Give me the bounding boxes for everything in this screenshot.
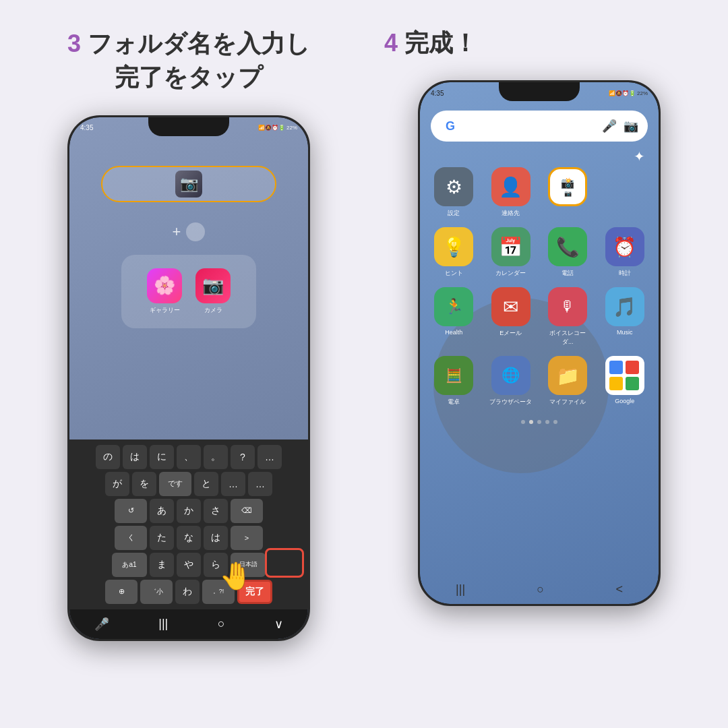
left-time: 4:35 [80, 124, 93, 131]
lens-icon: 📷 [624, 119, 638, 133]
key-q[interactable]: ? [231, 445, 255, 469]
key-sa[interactable]: さ [204, 499, 228, 523]
circle-dot [186, 222, 205, 241]
folder-input-bar[interactable] [101, 166, 276, 202]
email-icon: ✉ [491, 287, 530, 326]
key-ta[interactable]: た [150, 526, 174, 550]
right-nav-back[interactable]: < [615, 582, 623, 597]
keyboard-row-5: あa1 ま や ら 日本語 [72, 553, 305, 577]
camera-label: カメラ [204, 306, 222, 315]
key-ka[interactable]: か [177, 499, 201, 523]
app-grid-row1: ⚙ 設定 👤 連絡先 📸 📷 [420, 167, 659, 218]
hint-icon: 💡 [434, 227, 473, 266]
nav-mic-icon: 🎤 [94, 617, 109, 632]
empty-slot [602, 167, 648, 218]
music-app[interactable]: 🎵 Music [602, 287, 648, 346]
voice-icon: 🎙 [548, 287, 587, 326]
plus-circle-area: + [173, 222, 206, 241]
left-step-num: 3 [67, 30, 81, 57]
hint-app[interactable]: 💡 ヒント [431, 227, 477, 278]
left-panel: 3 フォルダ名を入力し完了をタップ 4:35 📶🔕⏰🔋 22% [20, 27, 357, 715]
health-app[interactable]: 🏃 Health [431, 287, 477, 346]
clock-app[interactable]: ⏰ 時計 [602, 227, 648, 278]
email-app[interactable]: ✉ Eメール [488, 287, 535, 346]
key-ma[interactable]: ま [150, 553, 174, 577]
right-phone-frame: 4:35 📶🔕⏰🔋 22% G 🎤 📷 ✦ [418, 80, 661, 606]
email-label: Eメール [499, 329, 522, 338]
phone-icon: 📞 [548, 227, 587, 266]
settings-label: 設定 [448, 209, 460, 218]
nav-home[interactable]: ○ [218, 617, 225, 631]
calc-app[interactable]: 🧮 電卓 [431, 356, 477, 406]
calendar-label: カレンダー [495, 269, 526, 278]
folder-app[interactable]: 📸 📷 [545, 167, 591, 218]
key-a[interactable]: あ [150, 499, 174, 523]
left-status-bar: 4:35 📶🔕⏰🔋 22% [69, 117, 308, 139]
files-icon: 📁 [548, 356, 587, 395]
key-desu[interactable]: です [159, 472, 191, 496]
gallery-app-icon: 🌸 ギャラリー [147, 268, 182, 315]
left-phone-frame: 4:35 📶🔕⏰🔋 22% + [67, 115, 310, 641]
browser-label: ブラウザベータ [489, 398, 532, 406]
cursor-hand: 🤚 [219, 560, 253, 592]
settings-icon: ⚙ [434, 167, 473, 206]
key-ellipsis[interactable]: … [257, 445, 282, 469]
keyboard-row-6: ⊕ ゛小 わ 。?! 完了 [72, 580, 305, 604]
key-right[interactable]: > [231, 526, 263, 550]
key-ha2[interactable]: は [204, 526, 228, 550]
app-grid-row4: 🧮 電卓 🌐 ブラウザベータ 📁 マイファイル [420, 356, 659, 406]
key-ga[interactable]: が [105, 472, 129, 496]
files-app[interactable]: 📁 マイファイル [545, 356, 591, 406]
key-dakuten[interactable]: ゛小 [140, 580, 173, 604]
google-logo: G [440, 116, 460, 136]
health-label: Health [445, 329, 462, 336]
camera-app-icon: 📷 カメラ [195, 268, 231, 315]
contacts-label: 連絡先 [502, 209, 520, 218]
left-phone-screen: 4:35 📶🔕⏰🔋 22% + [69, 117, 308, 639]
voice-app[interactable]: 🎙 ボイスレコーダ... [545, 287, 591, 346]
calc-icon: 🧮 [434, 356, 473, 395]
key-ha[interactable]: は [123, 445, 147, 469]
key-wo[interactable]: を [132, 472, 156, 496]
right-time: 4:35 [431, 90, 444, 97]
calendar-app[interactable]: 📅 カレンダー [488, 227, 535, 278]
hint-label: ヒント [445, 269, 463, 278]
nav-recent[interactable]: ||| [158, 617, 168, 631]
right-phone-bg: 4:35 📶🔕⏰🔋 22% G 🎤 📷 ✦ [420, 82, 659, 604]
google-app[interactable]: Google [602, 356, 648, 406]
key-na[interactable]: な [177, 526, 201, 550]
key-no[interactable]: の [96, 445, 120, 469]
settings-app[interactable]: ⚙ 設定 [431, 167, 477, 218]
right-nav-home[interactable]: ○ [537, 582, 544, 597]
key-left[interactable]: く [115, 526, 147, 550]
key-dot1[interactable]: … [221, 472, 245, 496]
key-comma[interactable]: 、 [177, 445, 201, 469]
right-step-title: 4 完成！ [371, 27, 708, 60]
search-bar[interactable]: G 🎤 📷 [431, 111, 648, 142]
phone-app[interactable]: 📞 電話 [545, 227, 591, 278]
key-backspace[interactable]: ⌫ [231, 499, 263, 523]
key-globe[interactable]: ⊕ [105, 580, 138, 604]
folder-icon-home: 📸 📷 [548, 167, 587, 206]
key-period[interactable]: 。 [204, 445, 228, 469]
contacts-app[interactable]: 👤 連絡先 [488, 167, 535, 218]
key-to[interactable]: と [194, 472, 218, 496]
key-aa1[interactable]: あa1 [112, 553, 147, 577]
clock-label: 時計 [619, 269, 631, 278]
voice-label: ボイスレコーダ... [545, 329, 591, 346]
right-nav-recent[interactable]: ||| [456, 582, 465, 597]
browser-app[interactable]: 🌐 ブラウザベータ [488, 356, 535, 406]
app-grid-row2: 💡 ヒント 📅 カレンダー 📞 電話 ⏰ [420, 227, 659, 278]
key-dot2[interactable]: … [248, 472, 272, 496]
browser-icon: 🌐 [491, 356, 530, 395]
right-step-num: 4 [384, 29, 398, 57]
left-step-title: 3 フォルダ名を入力し完了をタップ [67, 27, 310, 95]
left-phone-bg: 4:35 📶🔕⏰🔋 22% + [69, 117, 308, 639]
music-icon: 🎵 [605, 287, 644, 326]
nav-back[interactable]: ∨ [274, 617, 283, 632]
key-wa[interactable]: わ [175, 580, 200, 604]
key-ya[interactable]: や [177, 553, 201, 577]
key-ni[interactable]: に [150, 445, 174, 469]
left-nav-bar: 🎤 ||| ○ ∨ [69, 609, 308, 639]
key-undo[interactable]: ↺ [115, 499, 147, 523]
